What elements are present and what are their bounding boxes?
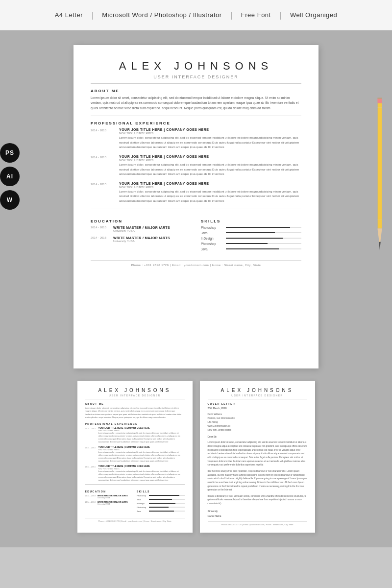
cover-name: ALEX JOHNSONS — [208, 388, 307, 393]
small-skill-bar-bg — [149, 495, 185, 496]
small-skill-name: Photoshop — [137, 494, 147, 497]
exp-date-2: 2014 - 2015 — [91, 155, 114, 177]
exp-date-1: 2014 - 2015 — [91, 128, 114, 150]
cover-title-label: User Interface Designer — [208, 394, 307, 397]
small-skill-bar-fill — [149, 507, 169, 508]
exp-job-2: YOUR JOB TITLE HERE | COMPANY GOES HERE — [119, 155, 301, 158]
small-resume-title: User Interface Designer — [85, 394, 185, 397]
skill-row: InDesign — [201, 237, 301, 240]
badge-ai: AI — [0, 167, 20, 186]
exp-job-3: YOUR JOB TITLE HERE | COMPANY GOES HERE — [119, 182, 301, 185]
cover-sender-name: Name Name — [208, 514, 307, 517]
cover-recipient-addr1: Position, Get Informaiton list — [208, 417, 235, 419]
exp-entry-3: 2014 - 2015 YOUR JOB TITLE HERE | COMPAN… — [91, 182, 301, 204]
small-bottom: EDUCATION 2014 - 2018 WRITE MASTER / MAJ… — [85, 487, 185, 514]
edu-school-1: University / USA, — [113, 229, 191, 232]
small-header-divider — [85, 399, 185, 399]
small-exp-date-2: 2014 - 2015 — [85, 446, 96, 463]
small-skills-list: Photoshop Java InDesign Photoshop Java — [137, 494, 185, 513]
small-skill-row: InDesign — [137, 502, 185, 505]
resume-name: ALEX JOHNSONS — [91, 60, 301, 73]
skill-bar-fill — [226, 227, 290, 228]
exp-entry-1: 2014 - 2015 YOUR JOB TITLE HERE | COMPAN… — [91, 128, 301, 150]
topbar-org: Well Organiged — [290, 11, 337, 19]
small-resume-name: ALEX JOHNSONS — [85, 388, 185, 393]
small-skill-bar-fill — [149, 503, 175, 504]
exp-content-1: YOUR JOB TITLE HERE | COMPANY GOES HERE … — [119, 128, 301, 150]
small-exp-content-3: YOUR JOB TITLE HERE | COMPANY GOES HERE … — [98, 465, 185, 482]
cover-header-divider — [208, 399, 307, 399]
edu-entry-1: 2014 - 2015 WRITE MASTER / MAJOR /ARTS U… — [91, 226, 191, 232]
svg-rect-1 — [377, 98, 382, 103]
small-skill-row: Java — [137, 498, 185, 501]
skill-row: Java — [201, 231, 301, 235]
cover-recipient-addr2: Life Aieing — [208, 421, 218, 423]
resume-footer: Phone : +001 2816 1726 | Email : yourdom… — [91, 260, 301, 267]
skill-row: Photoshop — [201, 242, 301, 245]
small-skill-bar-bg — [149, 499, 185, 500]
svg-rect-0 — [377, 103, 382, 228]
small-skill-bar-fill — [149, 499, 172, 500]
badges-column: PS AI W — [0, 143, 20, 210]
bottom-section: EDUCATION 2014 - 2015 WRITE MASTER / MAJ… — [91, 214, 301, 253]
small-edu-date-1: 2014 - 2018 — [85, 494, 96, 499]
education-section: EDUCATION 2014 - 2015 WRITE MASTER / MAJ… — [91, 214, 191, 253]
edu-content-2: WRITE MASTER / MAJOR /ARTS University / … — [113, 236, 191, 243]
small-exp-date-3: 2014 - 2015 — [85, 465, 96, 482]
cover-closing: Sincerely, — [208, 510, 307, 513]
small-edu-content-1: WRITE MASTER / MAJOR /ARTS University / … — [98, 494, 128, 499]
skill-bar-fill — [226, 248, 279, 249]
edu-school-2: University / USA, — [113, 240, 191, 243]
small-skill-bar-fill — [149, 495, 179, 496]
skill-bar-bg — [226, 248, 301, 249]
cover-para-3: It uses a dictionary of over 200 Latin w… — [208, 494, 307, 506]
about-text: Lorem ipsum dolor sit amet, consectetur … — [91, 96, 301, 111]
skills-section: SKILLS Photoshop Java InDesign Photoshop… — [201, 214, 301, 253]
small-edu-title: EDUCATION — [85, 490, 133, 493]
small-edu-section: EDUCATION 2014 - 2018 WRITE MASTER / MAJ… — [85, 487, 133, 514]
svg-rect-2 — [377, 98, 382, 99]
exp-desc-3: Lorem ipsum dolor, consectetur adipiscin… — [119, 190, 301, 204]
badge-ps: PS — [0, 143, 20, 163]
cover-para-2: It is therefore always free from repetit… — [208, 469, 307, 492]
topbar-sep1: | — [92, 11, 93, 20]
skill-row: Photoshop — [201, 226, 301, 229]
skills-list: Photoshop Java InDesign Photoshop Java — [201, 226, 301, 251]
exp-loc-3: New York, United States — [119, 185, 301, 189]
exp-job-1: YOUR JOB TITLE HERE | COMPANY GOES HERE — [119, 128, 301, 131]
small-about-title: ABOUT ME — [85, 402, 185, 405]
exp-desc-2: Lorem ipsum dolor, consectetur adipiscin… — [119, 163, 301, 177]
resume-header: ALEX JOHNSONS User Interface Designer — [91, 60, 301, 79]
edu-content-1: WRITE MASTER / MAJOR /ARTS University / … — [113, 226, 191, 232]
edu-date-2: 2014 - 2015 — [91, 236, 109, 243]
cover-salutation: Dear Sir, — [208, 435, 307, 438]
small-about-text: Lorem ipsum dolor sit amet, consectetur … — [85, 407, 185, 419]
small-exp-title: PROFESSIONAL EXPERIENCE — [85, 422, 185, 425]
small-exp-desc-1: Lorem ipsum dolor, consectetur adipiscin… — [98, 432, 185, 443]
small-skill-row: Photoshop — [137, 494, 185, 497]
skill-name: Java — [201, 231, 223, 235]
pencil-decoration — [372, 94, 392, 266]
small-skills-title: SKILLS — [137, 490, 185, 493]
exp-title: PROFESSIONAL EXPERIENCE — [91, 121, 301, 125]
main-area: PS AI W ALE — [0, 30, 392, 547]
skill-bar-fill — [226, 243, 268, 244]
exp-entry-2: 2014 - 2015 YOUR JOB TITLE HERE | COMPAN… — [91, 155, 301, 177]
small-edu-deg-2: WRITE MASTER / MAJOR /ARTS — [98, 501, 128, 503]
skill-bar-bg — [226, 232, 301, 233]
small-skill-bar-bg — [149, 507, 185, 508]
small-skill-row: Java — [137, 510, 185, 513]
small-pages-row: ALEX JOHNSONS User Interface Designer AB… — [77, 381, 315, 533]
small-mid-divider — [85, 484, 185, 485]
small-edu-date-2: 2014 - 2018 — [85, 501, 96, 505]
small-skill-row: Photoshop — [137, 506, 185, 509]
cover-letter-title: COVER LETTER — [208, 402, 307, 405]
small-exp-date-1: 2014 - 2015 — [85, 427, 96, 443]
small-exp-desc-3: Lorem ipsum dolor, consectetur adipiscin… — [98, 470, 185, 482]
cover-recipient: David Williams Position, Get Informaiton… — [208, 413, 307, 432]
small-exp-content-2: YOUR JOB TITLE HERE | COMPANY GOES HERE … — [98, 446, 185, 463]
exp-divider — [91, 209, 301, 209]
main-resume-paper: ALEX JOHNSONS User Interface Designer AB… — [74, 45, 318, 368]
cover-letter-paper: ALEX JOHNSONS User Interface Designer CO… — [200, 381, 315, 533]
small-edu-1: 2014 - 2018 WRITE MASTER / MAJOR /ARTS U… — [85, 494, 133, 499]
